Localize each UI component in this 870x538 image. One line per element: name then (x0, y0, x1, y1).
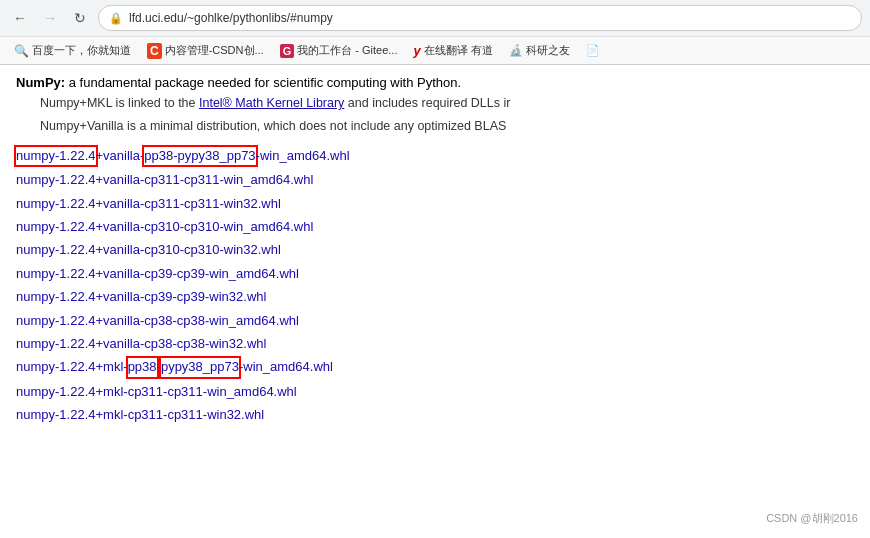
csdn-icon: C (147, 43, 162, 59)
link-row-3: numpy‑1.22.4+vanilla‑cp311‑cp311‑win32.w… (16, 192, 854, 215)
bookmark-label: 我的工作台 - Gitee... (297, 43, 397, 58)
link10-part1: numpy‑1.22.4+mkl‑ (16, 359, 128, 374)
link-3[interactable]: numpy‑1.22.4+vanilla‑cp311‑cp311‑win32.w… (16, 192, 854, 215)
link10-part5: ‑win_amd64.whl (239, 359, 333, 374)
gitee-icon: G (280, 44, 295, 58)
links-section: numpy‑1.22.4+vanilla‑pp38‑pypy38_pp73‑wi… (16, 144, 854, 427)
desc1-text-pre: Numpy+MKL is linked to the (40, 96, 199, 110)
link-4[interactable]: numpy‑1.22.4+vanilla‑cp310‑cp310‑win_amd… (16, 215, 854, 238)
bookmark-label: 内容管理-CSDN创... (165, 43, 264, 58)
intel-link[interactable]: Intel® Math Kernel Library (199, 96, 344, 110)
link-row-6: numpy‑1.22.4+vanilla‑cp39‑cp39‑win_amd64… (16, 262, 854, 285)
link1-part4: ‑win_amd64.whl (256, 148, 350, 163)
page-content: NumPy: a fundamental package needed for … (0, 65, 870, 505)
link-row-5: numpy‑1.22.4+vanilla‑cp310‑cp310‑win32.w… (16, 238, 854, 261)
watermark: CSDN @胡刚2016 (766, 511, 858, 526)
link-row-12: numpy‑1.22.4+mkl‑cp311‑cp311‑win32.whl (16, 403, 854, 426)
title-rest: a fundamental package needed for scienti… (65, 75, 461, 90)
bookmark-youdao[interactable]: y 在线翻译 有道 (407, 41, 498, 60)
link-row-11: numpy‑1.22.4+mkl‑cp311‑cp311‑win_amd64.w… (16, 380, 854, 403)
page-title-line: NumPy: a fundamental package needed for … (16, 75, 854, 90)
link-row-8: numpy‑1.22.4+vanilla‑cp38‑cp38‑win_amd64… (16, 309, 854, 332)
bookmark-label: 百度一下，你就知道 (32, 43, 131, 58)
link-row-10: numpy‑1.22.4+mkl‑pp38‑pypy38_pp73‑win_am… (16, 355, 854, 380)
link-6[interactable]: numpy‑1.22.4+vanilla‑cp39‑cp39‑win_amd64… (16, 262, 854, 285)
bookmark-label: 在线翻译 有道 (424, 43, 493, 58)
link-11[interactable]: numpy‑1.22.4+mkl‑cp311‑cp311‑win_amd64.w… (16, 380, 854, 403)
title-bold: NumPy: (16, 75, 65, 90)
link-1[interactable]: numpy‑1.22.4+vanilla‑pp38‑pypy38_pp73‑wi… (16, 148, 350, 163)
link-row-9: numpy‑1.22.4+vanilla‑cp38‑cp38‑win32.whl (16, 332, 854, 355)
link-8[interactable]: numpy‑1.22.4+vanilla‑cp38‑cp38‑win_amd64… (16, 309, 854, 332)
address-text: lfd.uci.edu/~gohlke/pythonlibs/#numpy (129, 11, 851, 25)
link-row-7: numpy‑1.22.4+vanilla‑cp39‑cp39‑win32.whl (16, 285, 854, 308)
lock-icon: 🔒 (109, 12, 123, 25)
page-desc1: Numpy+MKL is linked to the Intel® Math K… (40, 94, 854, 113)
bookmark-keyan[interactable]: 🔬 科研之友 (503, 41, 576, 60)
nav-bar: ← → ↻ 🔒 lfd.uci.edu/~gohlke/pythonlibs/#… (0, 0, 870, 36)
refresh-button[interactable]: ↻ (68, 6, 92, 30)
link-7[interactable]: numpy‑1.22.4+vanilla‑cp39‑cp39‑win32.whl (16, 285, 854, 308)
extra-icon: 📄 (586, 44, 600, 57)
youdao-icon: y (413, 43, 420, 58)
link-row-1: numpy‑1.22.4+vanilla‑pp38‑pypy38_pp73‑wi… (16, 144, 854, 169)
keyan-icon: 🔬 (509, 44, 523, 57)
link-9[interactable]: numpy‑1.22.4+vanilla‑cp38‑cp38‑win32.whl (16, 332, 854, 355)
back-button[interactable]: ← (8, 6, 32, 30)
bookmark-csdn[interactable]: C 内容管理-CSDN创... (141, 41, 270, 61)
link10-part2: pp38 (128, 358, 157, 377)
link1-part2: +vanilla‑ (96, 148, 145, 163)
bookmark-gitee[interactable]: G 我的工作台 - Gitee... (274, 41, 404, 60)
browser-chrome: ← → ↻ 🔒 lfd.uci.edu/~gohlke/pythonlibs/#… (0, 0, 870, 65)
link1-part3: pp38‑pypy38_pp73 (144, 147, 255, 166)
address-bar[interactable]: 🔒 lfd.uci.edu/~gohlke/pythonlibs/#numpy (98, 5, 862, 31)
bookmarks-bar: 🔍 百度一下，你就知道 C 内容管理-CSDN创... G 我的工作台 - Gi… (0, 36, 870, 64)
link-2[interactable]: numpy‑1.22.4+vanilla‑cp311‑cp311‑win_amd… (16, 168, 854, 191)
link-row-2: numpy‑1.22.4+vanilla‑cp311‑cp311‑win_amd… (16, 168, 854, 191)
link10-part4: pypy38_pp73 (161, 358, 239, 377)
baidu-icon: 🔍 (14, 44, 29, 58)
page-desc2: Numpy+Vanilla is a minimal distribution,… (40, 117, 854, 136)
desc1-text-post: and includes required DLLs ir (344, 96, 510, 110)
link-10[interactable]: numpy‑1.22.4+mkl‑pp38‑pypy38_pp73‑win_am… (16, 359, 333, 374)
bookmark-extra[interactable]: 📄 (580, 42, 606, 59)
link-row-4: numpy‑1.22.4+vanilla‑cp310‑cp310‑win_amd… (16, 215, 854, 238)
bookmark-baidu[interactable]: 🔍 百度一下，你就知道 (8, 41, 137, 60)
link1-part1: numpy‑1.22.4 (16, 147, 96, 166)
link-5[interactable]: numpy‑1.22.4+vanilla‑cp310‑cp310‑win32.w… (16, 238, 854, 261)
forward-button[interactable]: → (38, 6, 62, 30)
bookmark-label: 科研之友 (526, 43, 570, 58)
link-12[interactable]: numpy‑1.22.4+mkl‑cp311‑cp311‑win32.whl (16, 403, 854, 426)
